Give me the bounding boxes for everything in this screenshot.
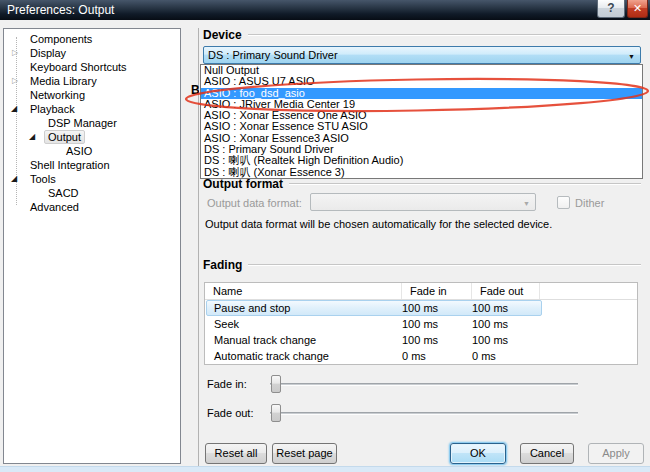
chevron-down-icon: ▼: [523, 200, 530, 207]
titlebar: Preferences: Output ? ✕: [0, 0, 650, 20]
sidebar-item-keyboard-shortcuts[interactable]: Keyboard Shortcuts: [4, 60, 180, 74]
dropdown-item[interactable]: ASIO : ASUS U7 ASIO: [201, 76, 642, 87]
dropdown-item[interactable]: ASIO : JRiver Media Center 19: [201, 99, 642, 110]
dither-checkbox: [557, 196, 570, 209]
table-row-manual-track-change[interactable]: Manual track change 100 ms 100 ms: [206, 332, 542, 348]
dropdown-item[interactable]: DS : 喇叭 (Realtek High Definition Audio): [201, 155, 642, 166]
chevron-right-icon[interactable]: ▷: [12, 49, 18, 57]
column-header-fade-out[interactable]: Fade out: [472, 283, 540, 299]
output-format-section-header: Output format: [203, 177, 641, 191]
expander-expanded-icon[interactable]: ◢: [29, 133, 35, 141]
sidebar-item-output[interactable]: ◢ Output: [4, 130, 180, 144]
table-row-pause-and-stop[interactable]: Pause and stop 100 ms 100 ms: [206, 300, 542, 316]
output-format-section-title: Output format: [203, 177, 283, 191]
dither-label: Dither: [575, 197, 604, 209]
expander-expanded-icon[interactable]: ◢: [11, 105, 17, 113]
question-icon: ?: [607, 1, 614, 15]
dropdown-item[interactable]: DS : 喇叭 (Xonar Essence 3): [201, 167, 642, 178]
sidebar-item-display[interactable]: ▷ Display: [4, 46, 180, 60]
sidebar-item-components[interactable]: Components: [4, 32, 180, 46]
reset-page-button[interactable]: Reset page: [272, 443, 337, 464]
dropdown-item[interactable]: DS : Primary Sound Driver: [201, 144, 642, 155]
output-data-format-combobox: ▼: [310, 193, 536, 211]
fade-out-slider-thumb[interactable]: [271, 404, 281, 422]
fade-out-slider-track[interactable]: [270, 412, 578, 415]
fading-section-title: Fading: [203, 258, 242, 272]
fade-out-slider-label: Fade out:: [207, 407, 253, 419]
close-icon: ✕: [633, 2, 642, 14]
fade-in-slider-label: Fade in:: [207, 378, 247, 390]
section-rule: [248, 34, 641, 36]
sidebar-item-playback[interactable]: ◢ Playback: [4, 102, 180, 116]
sidebar-item-asio[interactable]: ASIO: [4, 144, 180, 158]
column-header-empty: [540, 283, 637, 299]
sidebar-item-tools[interactable]: ◢ Tools: [4, 172, 180, 186]
close-button[interactable]: ✕: [627, 0, 648, 18]
column-header-name[interactable]: Name: [205, 283, 402, 299]
device-combobox[interactable]: DS : Primary Sound Driver ▼: [203, 46, 641, 64]
table-row-automatic-track-change[interactable]: Automatic track change 0 ms 0 ms: [206, 348, 542, 364]
sidebar-item-media-library[interactable]: ▷ Media Library: [4, 74, 180, 88]
output-format-note: Output data format will be chosen automa…: [205, 218, 552, 230]
fading-section-header: Fading: [203, 258, 641, 272]
fading-table-header: Name Fade in Fade out: [205, 283, 637, 300]
section-rule: [289, 183, 641, 185]
dropdown-item[interactable]: Null Output: [201, 65, 642, 76]
sidebar-item-networking[interactable]: Networking: [4, 88, 180, 102]
table-row-seek[interactable]: Seek 100 ms 100 ms: [206, 316, 542, 332]
device-dropdown-list: Null Output ASIO : ASUS U7 ASIO ASIO : f…: [200, 64, 643, 179]
fade-in-slider-track[interactable]: [270, 383, 578, 386]
dropdown-item[interactable]: ASIO : Xonar Essence One ASIO: [201, 110, 642, 121]
sidebar-item-shell-integration[interactable]: Shell Integration: [4, 158, 180, 172]
column-header-fade-in[interactable]: Fade in: [402, 283, 472, 299]
chevron-right-icon[interactable]: ▷: [12, 77, 18, 85]
hidden-section-partial-letter: B: [191, 83, 199, 96]
device-combobox-value: DS : Primary Sound Driver: [208, 49, 338, 61]
sidebar-item-dsp-manager[interactable]: DSP Manager: [4, 116, 180, 130]
chevron-down-icon: ▼: [628, 53, 635, 60]
expander-expanded-icon[interactable]: ◢: [11, 175, 17, 183]
window-title: Preferences: Output: [7, 0, 114, 20]
preferences-window: Preferences: Output ? ✕ Components ▷ Dis…: [0, 0, 650, 472]
sidebar-item-sacd[interactable]: SACD: [4, 186, 180, 200]
fade-in-slider-thumb[interactable]: [271, 375, 281, 393]
dropdown-item[interactable]: ASIO : Xonar Essence3 ASIO: [201, 133, 642, 144]
dropdown-item[interactable]: ASIO : Xonar Essence STU ASIO: [201, 121, 642, 132]
sidebar-item-advanced[interactable]: Advanced: [4, 200, 180, 214]
reset-all-button[interactable]: Reset all: [205, 443, 267, 464]
dropdown-item-selected[interactable]: ASIO : foo_dsd_asio: [201, 88, 642, 99]
section-rule: [248, 264, 641, 266]
cancel-button[interactable]: Cancel: [520, 443, 574, 464]
ok-button[interactable]: OK: [450, 443, 506, 464]
output-data-format-label: Output data format:: [207, 197, 302, 209]
window-bottom-border: [0, 466, 650, 472]
device-section-title: Device: [203, 28, 242, 42]
fading-table: Name Fade in Fade out Pause and stop 100…: [204, 282, 638, 365]
preferences-tree: Components ▷ Display Keyboard Shortcuts …: [3, 28, 181, 464]
device-section-header: Device: [203, 28, 641, 42]
help-button[interactable]: ?: [597, 0, 625, 18]
apply-button: Apply: [588, 443, 644, 464]
